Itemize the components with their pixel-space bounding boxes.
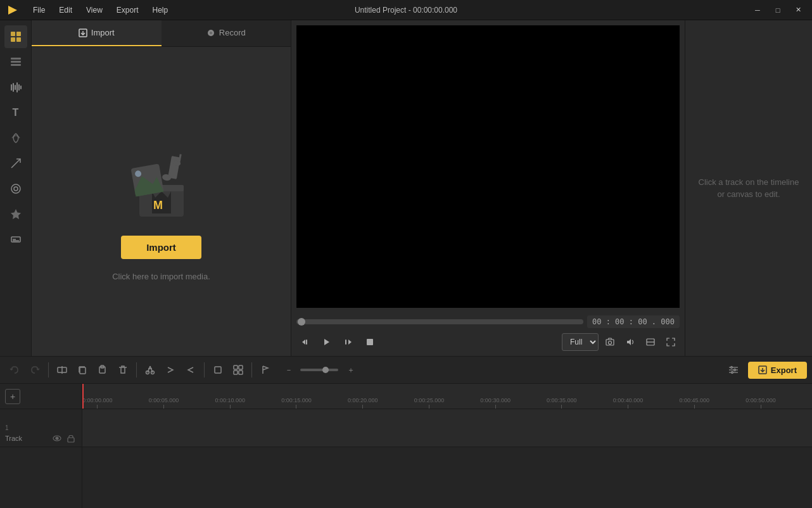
group-button[interactable] — [229, 360, 248, 379]
zoom-slider[interactable] — [300, 369, 338, 371]
tab-import[interactable]: Import — [32, 20, 162, 46]
play-button[interactable] — [318, 333, 336, 351]
close-button[interactable]: ✕ — [789, 4, 807, 16]
timeline-tracks: 1 Track — [0, 409, 812, 508]
svg-rect-37 — [306, 340, 307, 345]
zoom-in-button[interactable]: ＋ — [341, 360, 360, 379]
svg-marker-39 — [348, 340, 352, 345]
backward-button[interactable] — [181, 360, 200, 379]
sidebar-item-filters[interactable] — [4, 177, 27, 200]
cut-button[interactable] — [141, 360, 160, 379]
preview-right-controls: Full 1/2 1/4 — [562, 333, 680, 351]
svg-marker-38 — [324, 339, 329, 345]
flag-button[interactable] — [256, 360, 275, 379]
audio-settings-button[interactable] — [642, 333, 659, 351]
sidebar-item-elements[interactable] — [4, 203, 27, 225]
ruler-mark: 0:00:50.000 — [745, 397, 776, 409]
svg-point-69 — [733, 369, 735, 371]
svg-rect-11 — [16, 82, 18, 92]
sidebar-item-effects[interactable] — [4, 127, 27, 149]
svg-rect-58 — [234, 365, 238, 369]
ruler-mark: 0:00:25.000 — [414, 397, 445, 409]
svg-rect-1 — [11, 32, 15, 36]
step-back-button[interactable] — [296, 333, 314, 351]
properties-hint-text: Click a track on the timeline or canvas … — [698, 176, 799, 201]
stop-button[interactable] — [361, 333, 379, 351]
svg-rect-12 — [18, 84, 20, 91]
track-controls: Track — [5, 433, 77, 444]
svg-rect-61 — [239, 371, 243, 374]
sidebar-item-layers[interactable] — [4, 51, 27, 73]
zoom-out-button[interactable]: － — [279, 360, 298, 379]
forward-button[interactable] — [161, 360, 180, 379]
copy-button[interactable] — [73, 360, 92, 379]
playback-buttons — [296, 333, 379, 351]
crop-button[interactable] — [208, 360, 227, 379]
timeline-area: + 0:00:00.0000:00:05.0000:00:10.0000:00:… — [0, 384, 812, 508]
svg-text:M: M — [153, 199, 163, 212]
ruler-mark: 0:00:20.000 — [348, 397, 378, 409]
quality-select[interactable]: Full 1/2 1/4 — [562, 333, 599, 351]
menu-view[interactable]: View — [80, 3, 109, 17]
fullscreen-button[interactable] — [662, 333, 680, 351]
titlebar: File Edit View Export Help Untitled Proj… — [0, 0, 812, 20]
import-tab-label: Import — [91, 28, 115, 37]
svg-rect-40 — [345, 340, 346, 345]
split-button[interactable] — [53, 360, 72, 379]
preview-screen — [296, 25, 680, 308]
redo-button[interactable] — [25, 360, 44, 379]
screenshot-button[interactable] — [601, 333, 619, 351]
timeline-header-left: + — [0, 384, 82, 409]
add-track-button[interactable]: + — [5, 389, 20, 404]
svg-point-43 — [609, 341, 612, 345]
media-tabs: Import Record — [32, 20, 291, 47]
sidebar-item-transitions[interactable] — [4, 152, 27, 175]
playback-scrubber[interactable] — [296, 319, 583, 324]
svg-rect-13 — [20, 86, 22, 89]
svg-marker-17 — [11, 209, 21, 219]
playhead[interactable] — [82, 384, 84, 409]
import-media-button[interactable]: Import — [121, 236, 201, 259]
sidebar-item-audio[interactable] — [4, 76, 27, 99]
delete-button[interactable] — [113, 360, 132, 379]
sidebar-item-media[interactable] — [4, 25, 27, 48]
zoom-thumb[interactable] — [322, 367, 329, 373]
paste-button[interactable] — [93, 360, 112, 379]
separator-1 — [48, 362, 49, 378]
track-visibility-button[interactable] — [51, 433, 63, 444]
track-number: 1 — [5, 424, 77, 431]
svg-point-24 — [210, 32, 212, 34]
ruler-marks: 0:00:00.0000:00:05.0000:00:10.0000:00:15… — [82, 384, 812, 409]
svg-rect-10 — [15, 85, 16, 90]
project-title: Untitled Project - 00:00:00.000 — [355, 6, 457, 15]
menu-file[interactable]: File — [27, 3, 51, 17]
undo-button[interactable] — [5, 360, 24, 379]
sidebar-item-captions[interactable] — [4, 228, 27, 251]
menu-export[interactable]: Export — [110, 3, 145, 17]
separator-2 — [136, 362, 137, 378]
media-content: M Import Click here to import media. — [32, 47, 291, 356]
empty-track-content — [82, 447, 812, 508]
svg-rect-41 — [367, 339, 373, 345]
menu-help[interactable]: Help — [146, 3, 175, 17]
ruler-mark: 0:00:30.000 — [480, 397, 511, 409]
media-panel: Import Record M — [32, 20, 291, 356]
minimize-button[interactable]: ─ — [749, 4, 766, 16]
sidebar-item-text[interactable]: T — [4, 101, 27, 124]
tab-record[interactable]: Record — [162, 20, 291, 46]
main-area: T — [0, 20, 812, 356]
menu-edit[interactable]: Edit — [53, 3, 79, 17]
svg-rect-6 — [11, 61, 21, 63]
empty-track-list — [0, 447, 82, 508]
maximize-button[interactable]: □ — [769, 4, 787, 16]
settings-button[interactable] — [724, 360, 743, 379]
scrubber-thumb[interactable] — [298, 318, 305, 326]
volume-button[interactable] — [621, 333, 639, 351]
track-lock-button[interactable] — [65, 433, 77, 444]
separator-3 — [204, 362, 205, 378]
export-button[interactable]: Export — [748, 362, 807, 379]
step-forward-button[interactable] — [339, 333, 357, 351]
svg-rect-2 — [16, 32, 21, 36]
preview-timeline-bar: 00 : 00 : 00 . 000 — [291, 313, 685, 331]
properties-panel: Click a track on the timeline or canvas … — [685, 20, 812, 356]
